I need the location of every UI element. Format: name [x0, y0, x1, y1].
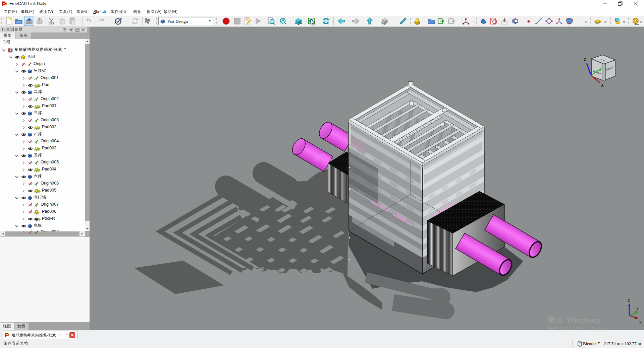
svg-text:Z: Z: [584, 57, 586, 62]
svg-text:X: X: [639, 321, 642, 325]
svg-text:Z: Z: [628, 299, 630, 303]
svg-text:Y: Y: [636, 307, 639, 311]
svg-text:?: ?: [148, 18, 151, 23]
svg-text:X: X: [601, 83, 604, 88]
